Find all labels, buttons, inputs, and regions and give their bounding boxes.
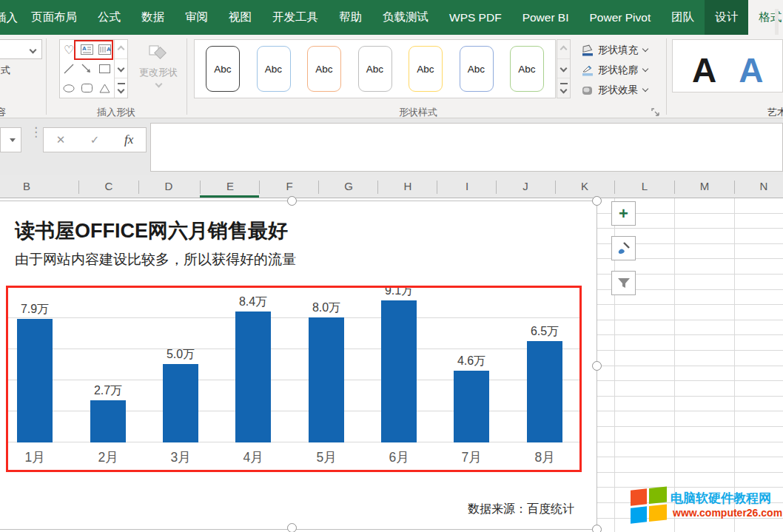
shape-style-thumb-2[interactable]: Abc [257, 46, 291, 92]
column-header-G[interactable]: G [334, 180, 363, 192]
column-header-D[interactable]: D [154, 180, 184, 192]
chart-object[interactable]: 读书屋OFFICE网六月销售最好 由于网站内容建设比较多，所以获得好的流量 7.… [0, 201, 597, 530]
chart-elements-button[interactable]: + [611, 201, 636, 226]
column-divider[interactable] [259, 181, 260, 194]
resize-handle-bottom-center[interactable] [287, 523, 297, 532]
funnel-icon [617, 277, 631, 289]
column-header-N[interactable]: N [749, 180, 779, 192]
selected-plot-border[interactable] [6, 286, 582, 472]
tab-页面布局[interactable]: 页面布局 [21, 0, 87, 35]
shape-effects-button[interactable]: 形状效果 [581, 81, 664, 99]
tab-power-pivot[interactable]: Power Pivot [579, 0, 662, 35]
tab-design[interactable]: 设计 [705, 0, 748, 35]
change-shape-button[interactable]: 更改形状 [133, 39, 184, 106]
column-divider[interactable] [78, 181, 79, 194]
shape-outline-label: 形状轮廓 [598, 64, 638, 77]
window-edge-strip [775, 9, 779, 35]
column-headers: BCDEFGHIJKLMN [0, 175, 783, 198]
column-header-K[interactable]: K [570, 180, 599, 192]
chart-title[interactable]: 读书屋OFFICE网六月销售最好 [15, 218, 288, 244]
tab-wps-pdf[interactable]: WPS PDF [439, 0, 512, 35]
shape-fill-button[interactable]: 形状填充 [581, 41, 664, 59]
rounded-rectangle-shape-icon[interactable] [78, 78, 95, 98]
formula-input[interactable] [150, 123, 783, 172]
column-divider[interactable] [437, 181, 437, 194]
resize-handle-bottom-right[interactable] [592, 525, 602, 532]
tab-团队[interactable]: 团队 [661, 0, 705, 35]
column-header-F[interactable]: F [275, 180, 304, 192]
tab-审阅[interactable]: 审阅 [175, 0, 218, 35]
shape-style-thumb-6[interactable]: Abc [460, 46, 494, 92]
cancel-icon[interactable]: ✕ [56, 133, 66, 147]
column-divider[interactable] [614, 181, 615, 194]
resize-handle-top-center[interactable] [287, 196, 297, 206]
wordart-style-2[interactable]: A [739, 53, 763, 87]
enter-icon[interactable]: ✓ [90, 133, 100, 147]
column-header-L[interactable]: L [630, 180, 659, 192]
gallery-more-icon[interactable] [115, 78, 127, 98]
tab-insert-clipped[interactable]: 插入 [0, 0, 21, 35]
line-shape-icon[interactable] [60, 59, 78, 78]
shape-style-thumb-5[interactable]: Abc [409, 46, 443, 92]
scroll-down-icon[interactable] [115, 59, 127, 78]
column-divider[interactable] [138, 181, 139, 194]
oval-shape-icon[interactable] [60, 78, 78, 98]
scroll-up-icon[interactable] [115, 40, 127, 59]
shapes-gallery-scrollbar[interactable] [114, 40, 127, 98]
flag-pane [631, 506, 647, 523]
resize-handle-right-middle[interactable] [592, 361, 602, 371]
column-divider[interactable] [734, 181, 735, 194]
triangle-shape-icon[interactable] [96, 78, 114, 98]
column-divider[interactable] [674, 181, 675, 194]
current-selection-text-fragment: 式 [0, 64, 10, 75]
column-header-I[interactable]: I [452, 180, 482, 192]
tab-公式[interactable]: 公式 [87, 0, 131, 35]
column-header-B[interactable]: B [12, 180, 41, 192]
group-separator [186, 38, 187, 115]
tab-开发工具[interactable]: 开发工具 [262, 0, 329, 35]
column-header-J[interactable]: J [511, 180, 540, 192]
chart-style-button[interactable] [611, 236, 636, 260]
column-divider[interactable] [200, 181, 201, 194]
chevron-down-icon [642, 66, 648, 72]
group-separator [666, 38, 667, 115]
shape-style-thumb-7[interactable]: Abc [510, 46, 544, 92]
insert-function-icon[interactable]: fx [124, 132, 133, 147]
tab-帮助[interactable]: 帮助 [329, 0, 372, 35]
dialog-launcher-icon[interactable] [651, 107, 661, 117]
shape-style-thumb-1[interactable]: Abc [206, 46, 240, 92]
styles-scroll-down-icon[interactable] [557, 59, 570, 78]
tab-负载测试[interactable]: 负载测试 [372, 0, 439, 35]
flag-pane [649, 504, 667, 522]
column-divider[interactable] [496, 181, 497, 194]
column-divider[interactable] [318, 181, 319, 194]
chart-filters-button[interactable] [611, 271, 636, 295]
styles-scroll-up-icon[interactable] [557, 40, 570, 59]
shape-fill-label: 形状填充 [598, 44, 638, 57]
chart-subtitle[interactable]: 由于网站内容建设比较多，所以获得好的流量 [15, 250, 296, 269]
column-header-M[interactable]: M [690, 180, 719, 192]
column-divider[interactable] [555, 181, 556, 194]
tab-视图[interactable]: 视图 [218, 0, 262, 35]
tab-数据[interactable]: 数据 [131, 0, 175, 35]
styles-more-icon[interactable] [557, 78, 570, 98]
formula-bar-grip[interactable]: ⋮ [30, 129, 42, 136]
column-header-H[interactable]: H [393, 180, 423, 192]
resize-handle-top-right[interactable] [592, 196, 602, 206]
column-header-E[interactable]: E [215, 180, 245, 192]
gridline [734, 198, 735, 532]
column-header-C[interactable]: C [94, 180, 124, 192]
rectangle-shape-icon[interactable] [96, 59, 114, 78]
chevron-down-icon [30, 47, 37, 54]
arrow-shape-icon[interactable] [78, 59, 95, 78]
shape-style-thumb-3[interactable]: Abc [307, 46, 341, 92]
styles-gallery-scrollbar[interactable] [557, 39, 571, 98]
shape-style-thumb-4[interactable]: Abc [358, 46, 392, 92]
shape-outline-button[interactable]: 形状轮廓 [581, 61, 664, 79]
name-box[interactable] [0, 127, 21, 152]
column-divider[interactable] [377, 181, 378, 194]
sheet-grid[interactable]: 读书屋OFFICE网六月销售最好 由于网站内容建设比较多，所以获得好的流量 7.… [0, 198, 783, 532]
tab-power-bi[interactable]: Power BI [512, 0, 579, 35]
current-selection-combo[interactable] [0, 39, 42, 59]
wordart-style-1[interactable]: A [692, 53, 716, 87]
